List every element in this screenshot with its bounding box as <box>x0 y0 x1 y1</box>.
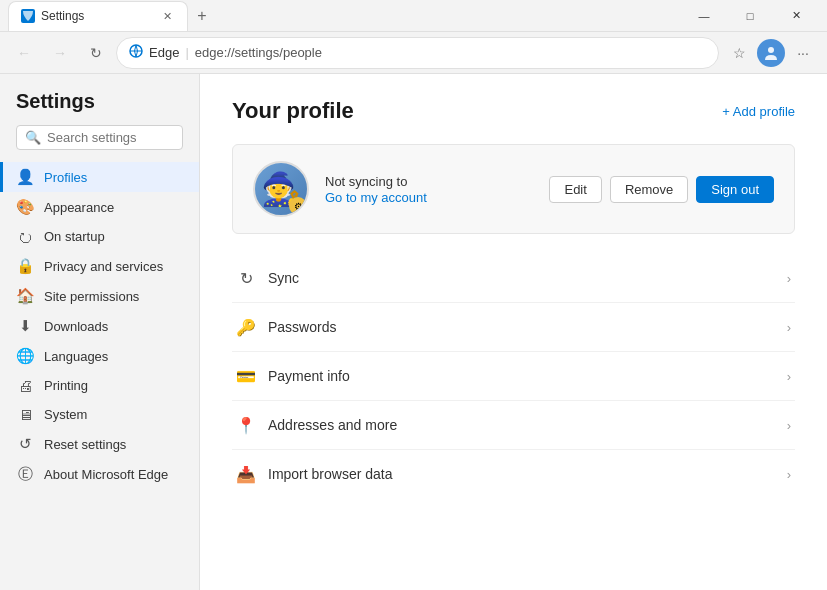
sidebar-item-privacy[interactable]: 🔒Privacy and services <box>0 251 199 281</box>
sidebar-item-about[interactable]: ⒺAbout Microsoft Edge <box>0 459 199 490</box>
import-icon: 📥 <box>236 464 256 484</box>
search-input[interactable] <box>47 130 174 145</box>
menu-label-import: Import browser data <box>268 466 775 482</box>
window-controls: — □ ✕ <box>681 0 819 32</box>
profile-actions: Edit Remove Sign out <box>549 176 774 203</box>
sidebar-title: Settings <box>0 90 199 125</box>
titlebar: Settings ✕ + — □ ✕ <box>0 0 827 32</box>
downloads-icon: ⬇ <box>16 317 34 335</box>
nav-label: Reset settings <box>44 437 126 452</box>
nav-label: System <box>44 407 87 422</box>
more-button[interactable]: ··· <box>787 37 819 69</box>
navbar: ← → ↻ Edge | edge://settings/people ☆ ··… <box>0 32 827 74</box>
tab-favicon <box>21 9 35 23</box>
nav-label: Appearance <box>44 200 114 215</box>
sidebar-item-printing[interactable]: 🖨Printing <box>0 371 199 400</box>
menu-item-payment[interactable]: 💳 Payment info › <box>232 352 795 401</box>
tab-close-button[interactable]: ✕ <box>159 8 175 24</box>
sidebar-item-downloads[interactable]: ⬇Downloads <box>0 311 199 341</box>
address-separator: | <box>185 45 188 60</box>
search-icon: 🔍 <box>25 130 41 145</box>
avatar: 🧙 ⚙ <box>253 161 309 217</box>
address-url: edge://settings/people <box>195 45 322 60</box>
refresh-button[interactable]: ↻ <box>80 37 112 69</box>
on-startup-icon: ⭮ <box>16 228 34 245</box>
chevron-icon: › <box>787 467 791 482</box>
profile-card: 🧙 ⚙ Not syncing to Go to my account Edit… <box>232 144 795 234</box>
nav-label: Downloads <box>44 319 108 334</box>
addresses-icon: 📍 <box>236 415 256 435</box>
tab-title: Settings <box>41 9 84 23</box>
about-icon: Ⓔ <box>16 465 34 484</box>
menu-item-sync[interactable]: ↻ Sync › <box>232 254 795 303</box>
nav-label: Profiles <box>44 170 87 185</box>
sidebar-item-reset[interactable]: ↺Reset settings <box>0 429 199 459</box>
account-link[interactable]: Go to my account <box>325 190 427 205</box>
menu-label-payment: Payment info <box>268 368 775 384</box>
signout-button[interactable]: Sign out <box>696 176 774 203</box>
edge-label: Edge <box>149 45 179 60</box>
sidebar-item-languages[interactable]: 🌐Languages <box>0 341 199 371</box>
sidebar-item-appearance[interactable]: 🎨Appearance <box>0 192 199 222</box>
avatar-badge: ⚙ <box>289 197 307 215</box>
profiles-icon: 👤 <box>16 168 34 186</box>
tab-bar: Settings ✕ + <box>8 0 216 32</box>
reset-icon: ↺ <box>16 435 34 453</box>
add-profile-button[interactable]: + Add profile <box>722 104 795 119</box>
content-header: Your profile + Add profile <box>232 98 795 124</box>
nav-label: About Microsoft Edge <box>44 467 168 482</box>
menu-label-addresses: Addresses and more <box>268 417 775 433</box>
sidebar-item-site-permissions[interactable]: 🏠Site permissions <box>0 281 199 311</box>
menu-item-import[interactable]: 📥 Import browser data › <box>232 450 795 498</box>
payment-icon: 💳 <box>236 366 256 386</box>
back-button[interactable]: ← <box>8 37 40 69</box>
menu-label-passwords: Passwords <box>268 319 775 335</box>
profile-info: Not syncing to Go to my account <box>325 174 533 205</box>
nav-label: On startup <box>44 229 105 244</box>
nav-label: Printing <box>44 378 88 393</box>
sidebar: Settings 🔍 👤Profiles🎨Appearance⭮On start… <box>0 74 200 590</box>
chevron-icon: › <box>787 369 791 384</box>
edit-button[interactable]: Edit <box>549 176 601 203</box>
sidebar-item-profiles[interactable]: 👤Profiles <box>0 162 199 192</box>
privacy-icon: 🔒 <box>16 257 34 275</box>
content-area: Your profile + Add profile 🧙 ⚙ Not synci… <box>200 74 827 590</box>
languages-icon: 🌐 <box>16 347 34 365</box>
nav-items: 👤Profiles🎨Appearance⭮On startup🔒Privacy … <box>0 162 199 490</box>
favorites-button[interactable]: ☆ <box>723 37 755 69</box>
navbar-right: ☆ ··· <box>723 37 819 69</box>
nav-label: Site permissions <box>44 289 139 304</box>
sync-status: Not syncing to <box>325 174 533 189</box>
menu-item-addresses[interactable]: 📍 Addresses and more › <box>232 401 795 450</box>
settings-tab[interactable]: Settings ✕ <box>8 1 188 31</box>
system-icon: 🖥 <box>16 406 34 423</box>
remove-button[interactable]: Remove <box>610 176 688 203</box>
search-box[interactable]: 🔍 <box>16 125 183 150</box>
sidebar-item-on-startup[interactable]: ⭮On startup <box>0 222 199 251</box>
menu-label-sync: Sync <box>268 270 775 286</box>
main-layout: Settings 🔍 👤Profiles🎨Appearance⭮On start… <box>0 74 827 590</box>
nav-label: Privacy and services <box>44 259 163 274</box>
maximize-button[interactable]: □ <box>727 0 773 32</box>
page-title: Your profile <box>232 98 354 124</box>
nav-label: Languages <box>44 349 108 364</box>
profile-button[interactable] <box>757 39 785 67</box>
chevron-icon: › <box>787 320 791 335</box>
menu-item-passwords[interactable]: 🔑 Passwords › <box>232 303 795 352</box>
sidebar-item-system[interactable]: 🖥System <box>0 400 199 429</box>
new-tab-button[interactable]: + <box>188 2 216 30</box>
appearance-icon: 🎨 <box>16 198 34 216</box>
site-permissions-icon: 🏠 <box>16 287 34 305</box>
menu-items: ↻ Sync › 🔑 Passwords › 💳 Payment info › … <box>232 254 795 498</box>
address-bar[interactable]: Edge | edge://settings/people <box>116 37 719 69</box>
svg-point-1 <box>768 47 774 53</box>
chevron-icon: › <box>787 271 791 286</box>
chevron-icon: › <box>787 418 791 433</box>
close-button[interactable]: ✕ <box>773 0 819 32</box>
forward-button[interactable]: → <box>44 37 76 69</box>
site-icon <box>129 44 143 61</box>
printing-icon: 🖨 <box>16 377 34 394</box>
passwords-icon: 🔑 <box>236 317 256 337</box>
minimize-button[interactable]: — <box>681 0 727 32</box>
sync-icon: ↻ <box>236 268 256 288</box>
